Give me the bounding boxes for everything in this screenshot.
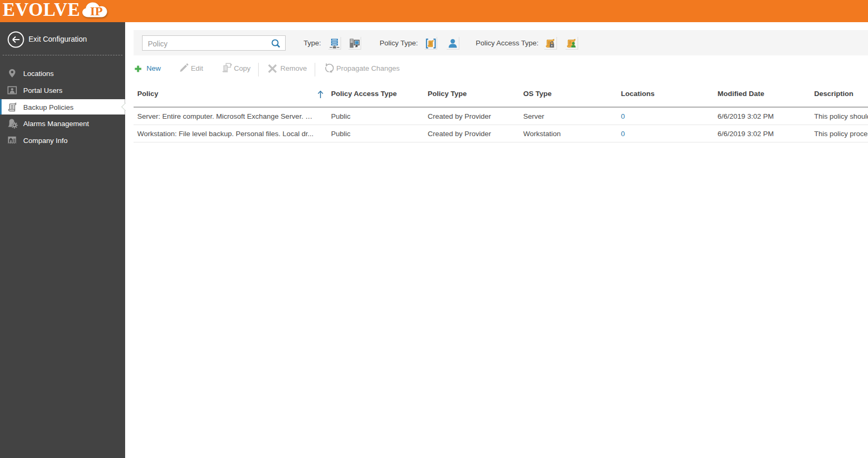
svg-text:IP: IP <box>90 4 103 18</box>
